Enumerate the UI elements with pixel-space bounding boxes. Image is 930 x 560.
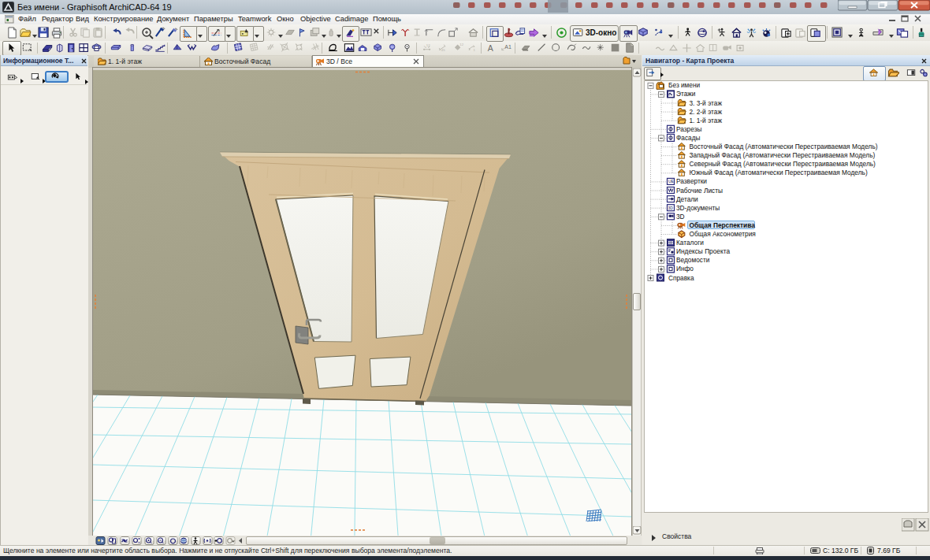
- svg-text:12: 12: [459, 43, 463, 46]
- svg-text:A: A: [488, 43, 493, 53]
- svg-text:12: 12: [426, 43, 430, 47]
- svg-text:A1: A1: [504, 44, 512, 50]
- svg-text:3D: 3D: [668, 206, 674, 210]
- svg-text:UE: UE: [668, 179, 675, 184]
- svg-text:45: 45: [441, 48, 445, 52]
- svg-text:1: 1: [473, 48, 475, 52]
